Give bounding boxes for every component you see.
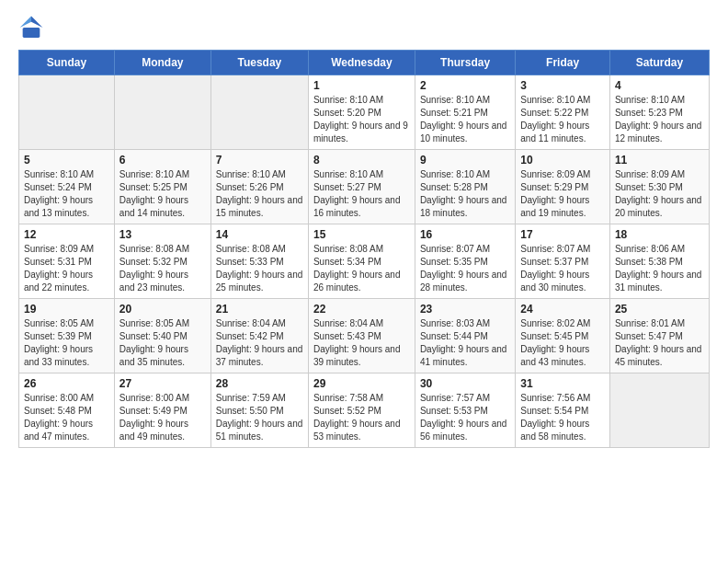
weekday-header-monday: Monday <box>114 51 210 75</box>
weekday-header-friday: Friday <box>516 51 610 75</box>
weekday-header-wednesday: Wednesday <box>308 51 415 75</box>
day-number: 28 <box>216 377 303 390</box>
sunrise-label: Sunrise: 8:05 AM <box>119 318 189 328</box>
day-number: 18 <box>615 228 704 241</box>
sunset-label: Sunset: 5:35 PM <box>420 257 488 267</box>
sunset-label: Sunset: 5:48 PM <box>24 406 92 416</box>
daylight-label: Daylight: 9 hours and 35 minutes. <box>119 344 188 367</box>
day-info: Sunrise: 8:00 AMSunset: 5:48 PMDaylight:… <box>24 392 109 443</box>
day-info: Sunrise: 8:10 AMSunset: 5:23 PMDaylight:… <box>615 94 704 145</box>
sunset-label: Sunset: 5:49 PM <box>119 406 188 416</box>
calendar-cell: 26Sunrise: 8:00 AMSunset: 5:48 PMDayligh… <box>19 373 115 448</box>
weekday-header-thursday: Thursday <box>415 51 515 75</box>
sunrise-label: Sunrise: 8:01 AM <box>615 318 685 328</box>
sunset-label: Sunset: 5:38 PM <box>615 257 683 267</box>
sunset-label: Sunset: 5:37 PM <box>520 257 588 267</box>
sunset-label: Sunset: 5:23 PM <box>615 108 683 118</box>
calendar-cell: 15Sunrise: 8:08 AMSunset: 5:34 PMDayligh… <box>308 224 415 299</box>
day-info: Sunrise: 8:10 AMSunset: 5:24 PMDaylight:… <box>24 168 109 220</box>
day-number: 15 <box>313 228 410 241</box>
day-info: Sunrise: 8:10 AMSunset: 5:26 PMDaylight:… <box>216 168 303 220</box>
week-row-5: 26Sunrise: 8:00 AMSunset: 5:48 PMDayligh… <box>19 373 710 448</box>
calendar-cell: 25Sunrise: 8:01 AMSunset: 5:47 PMDayligh… <box>609 299 709 373</box>
sunset-label: Sunset: 5:21 PM <box>420 108 488 118</box>
daylight-label: Daylight: 9 hours and 58 minutes. <box>520 419 589 442</box>
calendar-cell <box>609 373 709 448</box>
sunset-label: Sunset: 5:53 PM <box>420 406 488 416</box>
sunset-label: Sunset: 5:43 PM <box>313 331 381 341</box>
daylight-label: Daylight: 9 hours and 22 minutes. <box>24 270 93 293</box>
sunset-label: Sunset: 5:27 PM <box>313 182 381 192</box>
sunrise-label: Sunrise: 7:59 AM <box>216 393 286 403</box>
svg-rect-2 <box>23 28 40 38</box>
day-number: 9 <box>420 154 510 167</box>
calendar-cell: 18Sunrise: 8:06 AMSunset: 5:38 PMDayligh… <box>609 224 709 299</box>
sunset-label: Sunset: 5:31 PM <box>24 257 92 267</box>
daylight-label: Daylight: 9 hours and 49 minutes. <box>119 419 188 442</box>
sunrise-label: Sunrise: 8:00 AM <box>119 393 189 403</box>
svg-marker-1 <box>20 17 31 28</box>
daylight-label: Daylight: 9 hours and 31 minutes. <box>615 270 702 293</box>
day-number: 10 <box>520 154 605 167</box>
day-info: Sunrise: 8:05 AMSunset: 5:39 PMDaylight:… <box>24 317 109 369</box>
calendar-cell: 13Sunrise: 8:08 AMSunset: 5:32 PMDayligh… <box>114 224 210 299</box>
daylight-label: Daylight: 9 hours and 18 minutes. <box>420 195 507 218</box>
day-info: Sunrise: 8:04 AMSunset: 5:43 PMDaylight:… <box>313 317 410 369</box>
calendar-cell: 3Sunrise: 8:10 AMSunset: 5:22 PMDaylight… <box>516 75 610 150</box>
day-info: Sunrise: 8:07 AMSunset: 5:37 PMDaylight:… <box>520 243 605 294</box>
calendar-cell: 28Sunrise: 7:59 AMSunset: 5:50 PMDayligh… <box>210 373 308 448</box>
daylight-label: Daylight: 9 hours and 47 minutes. <box>24 419 93 442</box>
svg-marker-0 <box>31 17 42 28</box>
sunrise-label: Sunrise: 7:56 AM <box>520 393 590 403</box>
sunrise-label: Sunrise: 7:57 AM <box>420 393 490 403</box>
sunrise-label: Sunrise: 8:07 AM <box>520 244 590 254</box>
calendar-cell: 21Sunrise: 8:04 AMSunset: 5:42 PMDayligh… <box>210 299 308 373</box>
calendar-cell: 30Sunrise: 7:57 AMSunset: 5:53 PMDayligh… <box>415 373 515 448</box>
day-info: Sunrise: 8:08 AMSunset: 5:32 PMDaylight:… <box>119 243 206 294</box>
day-info: Sunrise: 7:59 AMSunset: 5:50 PMDaylight:… <box>216 392 303 443</box>
day-number: 24 <box>520 303 605 316</box>
day-info: Sunrise: 8:09 AMSunset: 5:31 PMDaylight:… <box>24 243 109 294</box>
sunrise-label: Sunrise: 8:10 AM <box>24 169 94 179</box>
day-number: 22 <box>313 303 410 316</box>
day-info: Sunrise: 8:10 AMSunset: 5:27 PMDaylight:… <box>313 168 410 220</box>
day-number: 30 <box>420 377 510 390</box>
sunrise-label: Sunrise: 8:09 AM <box>615 169 685 179</box>
day-info: Sunrise: 8:00 AMSunset: 5:49 PMDaylight:… <box>119 392 206 443</box>
sunrise-label: Sunrise: 8:02 AM <box>520 318 590 328</box>
calendar-cell: 14Sunrise: 8:08 AMSunset: 5:33 PMDayligh… <box>210 224 308 299</box>
daylight-label: Daylight: 9 hours and 14 minutes. <box>119 195 188 218</box>
day-info: Sunrise: 8:01 AMSunset: 5:47 PMDaylight:… <box>615 317 704 369</box>
daylight-label: Daylight: 9 hours and 53 minutes. <box>313 419 401 442</box>
daylight-label: Daylight: 9 hours and 43 minutes. <box>520 344 589 367</box>
day-number: 12 <box>24 228 109 241</box>
day-number: 11 <box>615 154 704 167</box>
day-info: Sunrise: 8:10 AMSunset: 5:28 PMDaylight:… <box>420 168 510 220</box>
day-info: Sunrise: 7:56 AMSunset: 5:54 PMDaylight:… <box>520 392 605 443</box>
day-number: 21 <box>216 303 303 316</box>
daylight-label: Daylight: 9 hours and 23 minutes. <box>119 270 188 293</box>
day-number: 1 <box>313 79 410 92</box>
day-info: Sunrise: 8:09 AMSunset: 5:30 PMDaylight:… <box>615 168 704 220</box>
sunrise-label: Sunrise: 8:10 AM <box>119 169 189 179</box>
sunset-label: Sunset: 5:29 PM <box>520 182 588 192</box>
day-number: 16 <box>420 228 510 241</box>
sunset-label: Sunset: 5:39 PM <box>24 331 92 341</box>
daylight-label: Daylight: 9 hours and 33 minutes. <box>24 344 93 367</box>
daylight-label: Daylight: 9 hours and 25 minutes. <box>216 270 303 293</box>
sunrise-label: Sunrise: 8:10 AM <box>216 169 286 179</box>
sunrise-label: Sunrise: 8:00 AM <box>24 393 94 403</box>
week-row-4: 19Sunrise: 8:05 AMSunset: 5:39 PMDayligh… <box>19 299 710 373</box>
day-number: 4 <box>615 79 704 92</box>
day-info: Sunrise: 8:10 AMSunset: 5:20 PMDaylight:… <box>313 94 410 145</box>
calendar-cell: 17Sunrise: 8:07 AMSunset: 5:37 PMDayligh… <box>516 224 610 299</box>
sunrise-label: Sunrise: 8:09 AM <box>24 244 94 254</box>
sunset-label: Sunset: 5:26 PM <box>216 182 284 192</box>
calendar-cell: 31Sunrise: 7:56 AMSunset: 5:54 PMDayligh… <box>516 373 610 448</box>
daylight-label: Daylight: 9 hours and 41 minutes. <box>420 344 507 367</box>
sunset-label: Sunset: 5:47 PM <box>615 331 683 341</box>
calendar-cell: 23Sunrise: 8:03 AMSunset: 5:44 PMDayligh… <box>415 299 515 373</box>
daylight-label: Daylight: 9 hours and 20 minutes. <box>615 195 702 218</box>
daylight-label: Daylight: 9 hours and 15 minutes. <box>216 195 303 218</box>
calendar-cell <box>19 75 115 150</box>
